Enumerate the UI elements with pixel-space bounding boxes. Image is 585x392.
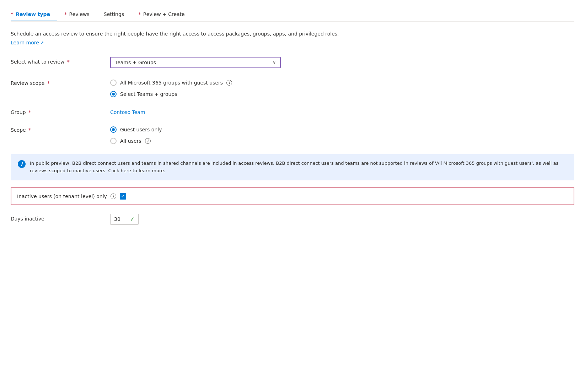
info-banner-icon: i	[18, 160, 26, 168]
select-what-to-review-label: Select what to review *	[11, 57, 110, 65]
review-scope-label: Review scope *	[11, 78, 110, 86]
review-scope-radio-group: All Microsoft 365 groups with guest user…	[110, 78, 359, 97]
inactive-users-label: Inactive users (on tenant level) only	[17, 194, 107, 199]
radio-guest-users	[110, 126, 117, 133]
days-checkmark-icon: ✓	[130, 216, 135, 223]
learn-more-label: Learn more	[11, 40, 39, 45]
days-inactive-row: Days inactive 30 ✓	[11, 214, 574, 225]
info-all-m365-icon[interactable]: i	[226, 80, 232, 86]
dropdown-value: Teams + Groups	[115, 60, 156, 65]
review-scope-row: Review scope * All Microsoft 365 groups …	[11, 78, 574, 97]
info-banner: i In public preview, B2B direct connect …	[11, 154, 574, 180]
days-input-row: 30 ✓	[110, 214, 359, 225]
scope-control: Guest users only All users i	[110, 125, 359, 144]
radio-guest-users-label: Guest users only	[120, 127, 162, 132]
radio-all-m365-label: All Microsoft 365 groups with guest user…	[120, 80, 223, 86]
teams-groups-dropdown[interactable]: Teams + Groups ∨	[110, 57, 281, 68]
scope-label: Scope *	[11, 125, 110, 133]
days-inactive-label: Days inactive	[11, 214, 110, 222]
info-banner-text: In public preview, B2B direct connect us…	[30, 160, 567, 175]
select-what-to-review-row: Select what to review * Teams + Groups ∨	[11, 57, 574, 68]
days-inactive-input[interactable]: 30 ✓	[110, 214, 139, 225]
select-what-to-review-control: Teams + Groups ∨	[110, 57, 359, 68]
radio-all-m365	[110, 80, 117, 86]
checkbox-check-icon: ✓	[121, 194, 125, 198]
page-description: Schedule an access review to ensure the …	[11, 30, 574, 38]
select-what-required-star: *	[67, 59, 70, 65]
external-link-icon: ↗	[41, 40, 44, 45]
group-control: Contoso Team	[110, 107, 359, 115]
inactive-users-container: Inactive users (on tenant level) only i …	[17, 193, 126, 200]
review-scope-option-all-m365[interactable]: All Microsoft 365 groups with guest user…	[110, 80, 359, 86]
radio-all-users	[110, 138, 117, 144]
inactive-users-row: Inactive users (on tenant level) only i …	[11, 187, 574, 205]
dropdown-arrow-icon: ∨	[273, 60, 276, 65]
group-row: Group * Contoso Team	[11, 107, 574, 115]
tab-settings-label: Settings	[104, 11, 124, 17]
review-scope-required-star: *	[47, 80, 50, 86]
scope-radio-group: Guest users only All users i	[110, 125, 359, 144]
group-label: Group *	[11, 107, 110, 115]
tab-settings[interactable]: Settings	[104, 7, 131, 21]
days-inactive-value: 30	[114, 216, 120, 222]
group-link[interactable]: Contoso Team	[110, 107, 145, 115]
inactive-users-checkbox[interactable]: ✓	[120, 193, 126, 200]
tab-reviews-label: Reviews	[69, 11, 90, 17]
tab-review-create-star: *	[138, 11, 141, 17]
review-scope-control: All Microsoft 365 groups with guest user…	[110, 78, 359, 97]
tab-review-type-label: Review type	[16, 11, 50, 17]
days-inactive-control: 30 ✓	[110, 214, 359, 225]
inactive-users-info-icon[interactable]: i	[111, 194, 116, 199]
scope-row: Scope * Guest users only All users i	[11, 125, 574, 144]
scope-option-guest-users[interactable]: Guest users only	[110, 126, 359, 133]
tab-review-type-star: *	[11, 11, 13, 17]
scope-required-star: *	[28, 127, 31, 133]
info-all-users-icon[interactable]: i	[145, 138, 151, 144]
tab-review-type[interactable]: * Review type	[11, 7, 57, 21]
tab-reviews-star: *	[64, 11, 67, 17]
tab-reviews[interactable]: * Reviews	[64, 7, 97, 21]
review-scope-option-select-teams[interactable]: Select Teams + groups	[110, 91, 359, 97]
radio-select-teams-label: Select Teams + groups	[120, 91, 177, 97]
tab-review-create[interactable]: * Review + Create	[138, 7, 192, 21]
learn-more-link[interactable]: Learn more ↗	[11, 40, 44, 45]
radio-all-users-label: All users	[120, 138, 141, 144]
tabs-nav: * Review type * Reviews Settings * Revie…	[11, 7, 574, 22]
tab-review-create-label: Review + Create	[143, 11, 185, 17]
radio-select-teams	[110, 91, 117, 97]
group-required-star: *	[28, 109, 31, 115]
scope-option-all-users[interactable]: All users i	[110, 138, 359, 144]
